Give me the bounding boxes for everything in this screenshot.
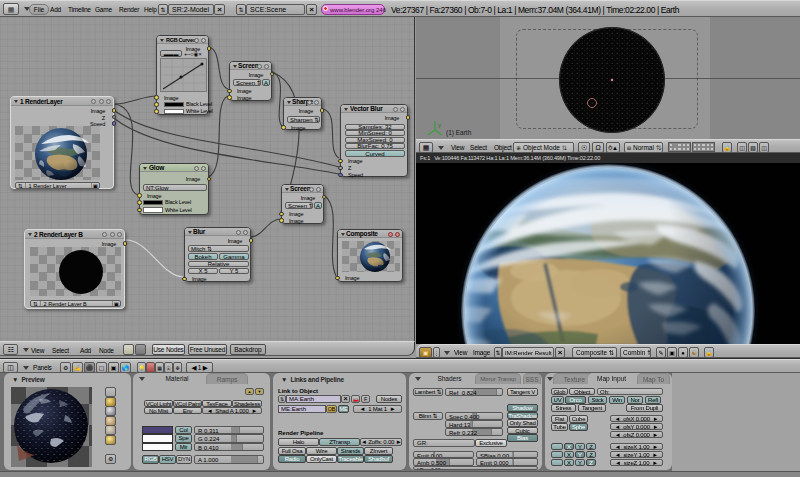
svg-text:y: y <box>438 122 441 128</box>
svg-text:(1) Earth: (1) Earth <box>446 129 472 137</box>
